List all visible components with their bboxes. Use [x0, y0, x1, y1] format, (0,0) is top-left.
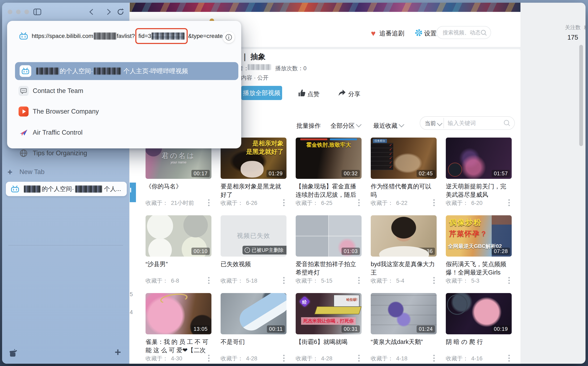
- video-title[interactable]: 【抽象现场】霍金直播连续肘击汉尼拔，随后直播间被封: [296, 182, 362, 199]
- video-thumbnail[interactable]: 视频已失效 !已被UP主删除: [221, 215, 286, 257]
- video-thumbnail[interactable]: 13:05: [146, 293, 211, 334]
- video-card[interactable]: 00:19 阴 暗 の 爬 行 收藏于：4-16: [446, 293, 512, 364]
- search-icon[interactable]: [503, 119, 511, 127]
- video-card[interactable]: 13:05 雀巢：我 的 员 工 不 可 能 这 么 可 爱❤【二次元爆改 收藏…: [146, 293, 211, 364]
- page-scrollbar[interactable]: [579, 45, 583, 146]
- video-thumbnail[interactable]: 00:10: [146, 215, 211, 257]
- more-menu-icon[interactable]: [358, 276, 360, 285]
- more-menu-icon[interactable]: [283, 276, 285, 285]
- video-title[interactable]: 要是相亲对象是黑龙就好了: [221, 182, 286, 199]
- minimize-button[interactable]: [16, 10, 21, 14]
- more-menu-icon[interactable]: [433, 353, 435, 363]
- scope-select[interactable]: 当前: [425, 120, 436, 127]
- video-title[interactable]: “黄泉大战dark天鹅”: [371, 338, 437, 346]
- info-button[interactable]: [223, 31, 235, 43]
- video-card[interactable]: 00:36 byd我这室友是真像大力王 收藏于：5-4: [371, 215, 437, 293]
- video-thumbnail[interactable]: ✓✓✓✓✓✓ 任务柜台 02:45: [371, 137, 437, 179]
- forward-icon[interactable]: [105, 8, 112, 15]
- video-title[interactable]: 阴 暗 の 爬 行: [446, 338, 512, 346]
- close-button[interactable]: [8, 10, 12, 14]
- video-thumbnail[interactable]: 经 哈拉硕! 死杰米我让你喝，打死你 00:31: [296, 293, 362, 334]
- video-title[interactable]: 已失效视频: [221, 260, 286, 268]
- play-all-button[interactable]: 播放全部视频: [241, 86, 282, 100]
- search-icon[interactable]: [480, 29, 487, 36]
- more-menu-icon[interactable]: [283, 198, 285, 207]
- video-card[interactable]: ✓✓✓✓✓✓ 任务柜台 02:45 作为怪猎代餐真的可以吗 收藏于：6-22: [371, 137, 437, 215]
- video-thumbnail[interactable]: 霍金铁肘,致敬牢大 00:32: [296, 137, 362, 179]
- batch-actions[interactable]: 批量操作: [296, 122, 321, 130]
- video-card[interactable]: 经 哈拉硕! 死杰米我让你喝，打死你 00:31 【街霸6】就喝就喝 收藏于：4…: [296, 293, 362, 364]
- video-thumbnail[interactable]: 01:03: [296, 215, 362, 257]
- deleted-badge: !已被UP主删除: [242, 246, 286, 254]
- video-title[interactable]: 《你的马名》: [146, 182, 211, 191]
- url-text[interactable]: https://space.bilibili.com favlist? fid=…: [32, 31, 223, 41]
- active-tab[interactable]: 的个人空间· 个人...: [6, 182, 127, 196]
- stat-followers[interactable]: 粉丝数 39: [579, 24, 586, 41]
- keyword-input[interactable]: [447, 119, 496, 128]
- video-thumbnail[interactable]: 01:24: [371, 293, 437, 334]
- video-thumbnail[interactable]: 00:19: [446, 293, 512, 334]
- more-menu-icon[interactable]: [358, 353, 360, 363]
- video-title[interactable]: 不是哥们: [221, 338, 286, 346]
- more-menu-icon[interactable]: [433, 276, 435, 285]
- more-menu-icon[interactable]: [508, 353, 511, 363]
- saved-date: 收藏于：5-18: [221, 277, 257, 284]
- more-menu-icon[interactable]: [208, 198, 210, 207]
- video-title[interactable]: 逆天萌新提前关门，完美武器尽显威风: [446, 182, 512, 199]
- add-space-icon[interactable]: +: [115, 346, 121, 358]
- chevron-down-icon: [399, 122, 404, 127]
- more-menu-icon[interactable]: [433, 198, 435, 207]
- video-thumbnail[interactable]: 01:57: [446, 137, 512, 179]
- menu-item-browser-company[interactable]: The Browser Company: [7, 101, 241, 122]
- video-title[interactable]: 【街霸6】就喝就喝: [296, 338, 362, 346]
- video-title[interactable]: 雀巢：我 的 员 工 不 可 能 这 么 可 爱❤【二次元爆改: [146, 338, 211, 355]
- share-icon[interactable]: [338, 88, 347, 98]
- menu-item-tips[interactable]: Tips for Organizing: [7, 143, 241, 163]
- library-box-icon[interactable]: [8, 348, 18, 358]
- video-thumbnail[interactable]: 00:11: [221, 293, 286, 334]
- nav-bangumi[interactable]: 追番追剧: [379, 29, 404, 38]
- url-bar[interactable]: https://space.bilibili.com favlist? fid=…: [7, 25, 241, 47]
- chevron-down-icon[interactable]: [437, 121, 442, 126]
- video-card[interactable]: 00:11 不是哥们 收藏于：4-28: [221, 293, 286, 364]
- new-tab-button[interactable]: + New Tab: [8, 167, 124, 176]
- sidebar-toggle-icon[interactable]: [33, 8, 41, 15]
- like-label[interactable]: 点赞: [307, 90, 319, 98]
- video-title[interactable]: “沙县男”: [146, 260, 211, 268]
- more-menu-icon[interactable]: [208, 353, 210, 363]
- video-thumbnail[interactable]: 偶像炒粉 芹菜怀孕？ 全网最逆天GBC解析02 07:28: [446, 215, 512, 257]
- more-menu-icon[interactable]: [508, 276, 511, 285]
- header-search[interactable]: [436, 26, 491, 39]
- video-card-invalid[interactable]: 视频已失效 !已被UP主删除 已失效视频 收藏于：5-18: [221, 215, 286, 293]
- video-title[interactable]: 假药满天飞，笑点频频爆！全网最逆天Girls Band Cry解析: [446, 260, 512, 277]
- video-card[interactable]: 01:03 爱音拍素世拍祥子拍立希壁咚灯 收藏于：5-15: [296, 215, 362, 293]
- menu-item-air-traffic-control[interactable]: Air Traffic Control: [7, 122, 241, 143]
- back-icon[interactable]: [88, 8, 95, 15]
- header-search-input[interactable]: [442, 28, 481, 37]
- video-thumbnail[interactable]: 00:36: [371, 215, 437, 257]
- sort-dropdown[interactable]: 最近收藏: [373, 122, 403, 130]
- keyword-search[interactable]: 当前: [420, 116, 515, 130]
- suggestion-selected[interactable]: 的个人空间· 个人主页-哔哩哔哩视频: [15, 62, 238, 80]
- video-title[interactable]: byd我这室友是真像大力王: [371, 260, 437, 277]
- video-card[interactable]: 01:57 逆天萌新提前关门，完美武器尽显威风 收藏于：6-20: [446, 137, 512, 215]
- more-menu-icon[interactable]: [283, 353, 285, 363]
- nav-settings[interactable]: 设置: [424, 29, 437, 38]
- category-dropdown[interactable]: 全部分区: [331, 122, 361, 130]
- like-icon[interactable]: [298, 89, 306, 98]
- video-title[interactable]: 爱音拍素世拍祥子拍立希壁咚灯: [296, 260, 362, 277]
- sidebar-divider: [8, 245, 123, 245]
- more-menu-icon[interactable]: [358, 198, 360, 207]
- reload-icon[interactable]: [116, 8, 125, 16]
- more-menu-icon[interactable]: [208, 276, 210, 285]
- video-title[interactable]: 作为怪猎代餐真的可以吗: [371, 182, 437, 199]
- zoom-button[interactable]: [24, 10, 29, 14]
- video-card[interactable]: 01:24 “黄泉大战dark天鹅” 收藏于：4-18: [371, 293, 437, 364]
- share-label[interactable]: 分享: [348, 90, 360, 98]
- video-card[interactable]: 00:10 “沙县男” 收藏于：6-8: [146, 215, 211, 293]
- video-card[interactable]: 霍金铁肘,致敬牢大 00:32 【抽象现场】霍金直播连续肘击汉尼拔，随后直播间被…: [296, 137, 362, 215]
- menu-item-contact[interactable]: Contact the Team: [7, 81, 241, 101]
- more-menu-icon[interactable]: [508, 198, 511, 207]
- video-card[interactable]: 偶像炒粉 芹菜怀孕？ 全网最逆天GBC解析02 07:28 假药满天飞，笑点频频…: [446, 215, 512, 293]
- tab-title: 的个人空间· 个人...: [24, 185, 121, 193]
